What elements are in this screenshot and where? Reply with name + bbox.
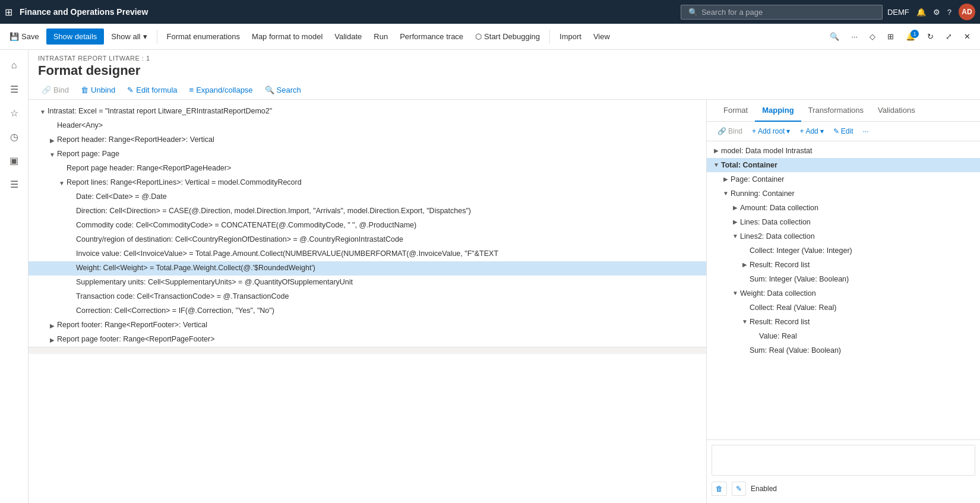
right-panel-toolbar: 🔗 Bind + Add root ▾ + Add ▾ ✎ [707,122,980,141]
map-item-weight-result[interactable]: ▼ Result: Record list [707,315,980,329]
expand-icon-report-footer[interactable]: ▶ [48,319,57,331]
rp-bind-button[interactable]: 🔗 Bind [714,125,746,137]
format-enumerations-button[interactable]: Format enumerations [162,29,245,45]
tree-item-invoice[interactable]: Invoice value: Cell<InvoiceValue> = Tota… [29,247,706,261]
map-item-total[interactable]: ▼ Total: Container [707,158,980,172]
search-input[interactable] [701,8,875,17]
search-tree-button[interactable]: 🔍 Search [261,83,305,97]
tree-item-report-page[interactable]: ▼ Report page: Page [29,147,706,162]
expand-collapse-button[interactable]: ≡ Expand/collapse [186,83,257,97]
run-button[interactable]: Run [369,29,393,45]
map-item-lines2-collect[interactable]: Collect: Integer (Value: Integer) [707,243,980,258]
expand-icon-report-page[interactable]: ▼ [48,148,57,160]
panel-toggle-button[interactable]: ⊞ [883,29,899,45]
search-tree-icon: 🔍 [265,86,274,94]
diamond-icon-button[interactable]: ◇ [865,29,880,45]
map-item-lines2[interactable]: ▼ Lines2: Data collection [707,229,980,243]
map-item-lines[interactable]: ▶ Lines: Data collection [707,215,980,229]
mapping-tree[interactable]: ▶ model: Data model Intrastat ▼ Total: C… [707,141,980,439]
expand-icon-page-header[interactable] [57,163,67,175]
show-all-button[interactable]: Show all ▾ [106,29,151,45]
more-button[interactable]: ··· [846,29,862,45]
show-details-button[interactable]: Show details [46,29,105,45]
view-button[interactable]: View [589,29,615,45]
app-grid-icon[interactable]: ⊞ [5,7,12,18]
formula-box[interactable] [712,445,975,476]
badge-button[interactable]: 🔔1 [901,29,920,45]
sidebar-list-icon[interactable]: ☰ [4,173,25,195]
save-button[interactable]: 💾 Save [5,29,44,45]
validate-button[interactable]: Validate [330,29,366,45]
rp-add-root-button[interactable]: + Add root ▾ [748,125,794,137]
rp-more-button[interactable]: ··· [859,125,872,137]
sidebar-home-icon[interactable]: ⌂ [4,55,25,76]
expand-icon-header[interactable] [48,120,57,132]
global-search[interactable]: 🔍 [681,5,883,20]
tree-item-correction[interactable]: Correction: Cell<Correction> = IF(@.Corr… [29,304,706,318]
tree-item-direction[interactable]: Direction: Cell<Direction> = CASE(@.Dire… [29,204,706,219]
map-item-running[interactable]: ▼ Running: Container [707,186,980,201]
right-panel: Format Mapping Transformations Validatio… [707,100,980,503]
tree-item-report-header[interactable]: ▶ Report header: Range<ReportHeader>: Ve… [29,133,706,147]
format-tree[interactable]: ▼ Intrastat: Excel = "Intrastat report L… [29,100,707,503]
rp-edit-button[interactable]: ✎ Edit [830,125,857,137]
expand-icon-page-footer[interactable]: ▶ [48,334,57,346]
close-button[interactable]: ✕ [959,29,975,45]
expand-icon-report-header[interactable]: ▶ [48,134,57,146]
tree-item-page-footer[interactable]: ▶ Report page footer: Range<ReportPageFo… [29,333,706,347]
tree-item-country[interactable]: Country/region of destination: Cell<Coun… [29,233,706,247]
map-item-weight-sum[interactable]: Sum: Real (Value: Boolean) [707,343,980,358]
tree-item-commodity[interactable]: Commodity code: Cell<CommodityCode> = CO… [29,219,706,233]
notifications-icon[interactable]: 🔔 [916,8,926,17]
popout-button[interactable]: ⤢ [941,29,957,45]
tab-mapping[interactable]: Mapping [755,100,801,122]
import-button[interactable]: Import [555,29,586,45]
refresh-button[interactable]: ↻ [922,29,938,45]
top-right-icons: DEMF 🔔 ⚙ ? AD [887,4,975,20]
tab-format[interactable]: Format [716,100,755,122]
tree-item-transaction[interactable]: Transaction code: Cell<TransactionCode> … [29,290,706,304]
map-item-weight-collect[interactable]: Collect: Real (Value: Real) [707,300,980,315]
expand-icon-intrastat[interactable]: ▼ [38,106,48,118]
search-cmd-button[interactable]: 🔍 [825,29,844,45]
expand-icon-report-lines[interactable]: ▼ [57,177,67,189]
map-item-weight-collection[interactable]: ▼ Weight: Data collection [707,286,980,300]
horizontal-scrollbar[interactable] [29,347,706,354]
map-item-model[interactable]: ▶ model: Data model Intrastat [707,144,980,158]
map-item-weight-value[interactable]: Value: Real [707,329,980,343]
map-item-page[interactable]: ▶ Page: Container [707,172,980,186]
tree-item-header[interactable]: Header<Any> [29,119,706,133]
edit-formula-button[interactable]: ✎ Edit formula [124,83,181,97]
bind-button[interactable]: 🔗 Bind [38,83,72,97]
edit-formula-rp-button[interactable]: ✎ [732,482,746,496]
chevron-addroot-icon: ▾ [786,127,790,135]
map-item-amount[interactable]: ▶ Amount: Data collection [707,201,980,215]
page-header: INTRASTAT REPORT LITWARE : 1 Format desi… [29,50,980,81]
start-debugging-button[interactable]: ⬡ Start Debugging [470,29,545,45]
tree-item-date[interactable]: Date: Cell<Date> = @.Date [29,190,706,204]
sidebar-star-icon[interactable]: ☆ [4,102,25,124]
tree-item-report-lines[interactable]: ▼ Report lines: Range<ReportLines>: Vert… [29,176,706,190]
sidebar-filter-icon[interactable]: ☰ [4,78,25,100]
sidebar-workspace-icon[interactable]: ▣ [4,150,25,171]
help-icon[interactable]: ? [947,8,951,17]
env-label[interactable]: DEMF [887,8,909,17]
map-item-lines2-result[interactable]: ▶ Result: Record list [707,258,980,272]
tree-item-intrastat[interactable]: ▼ Intrastat: Excel = "Intrastat report L… [29,105,706,119]
tree-item-supplementary[interactable]: Supplementary units: Cell<SupplementaryU… [29,276,706,290]
map-item-lines2-sum[interactable]: Sum: Integer (Value: Boolean) [707,272,980,286]
delete-formula-button[interactable]: 🗑 [712,482,727,496]
performance-trace-button[interactable]: Performance trace [395,29,468,45]
unbind-button[interactable]: 🗑 Unbind [77,83,119,97]
tree-item-report-footer[interactable]: ▶ Report footer: Range<ReportFooter>: Ve… [29,318,706,333]
tree-item-weight[interactable]: Weight: Cell<Weight> = Total.Page.Weight… [29,261,706,276]
avatar[interactable]: AD [959,4,975,20]
settings-icon[interactable]: ⚙ [933,8,940,17]
tab-validations[interactable]: Validations [871,100,922,122]
map-format-to-model-button[interactable]: Map format to model [247,29,327,45]
sidebar-recent-icon[interactable]: ◷ [4,126,25,147]
tree-item-page-header[interactable]: Report page header: Range<ReportPageHead… [29,162,706,176]
command-bar: 💾 Save Show details Show all ▾ Format en… [0,24,980,50]
rp-add-button[interactable]: + Add ▾ [796,125,827,137]
tab-transformations[interactable]: Transformations [801,100,871,122]
